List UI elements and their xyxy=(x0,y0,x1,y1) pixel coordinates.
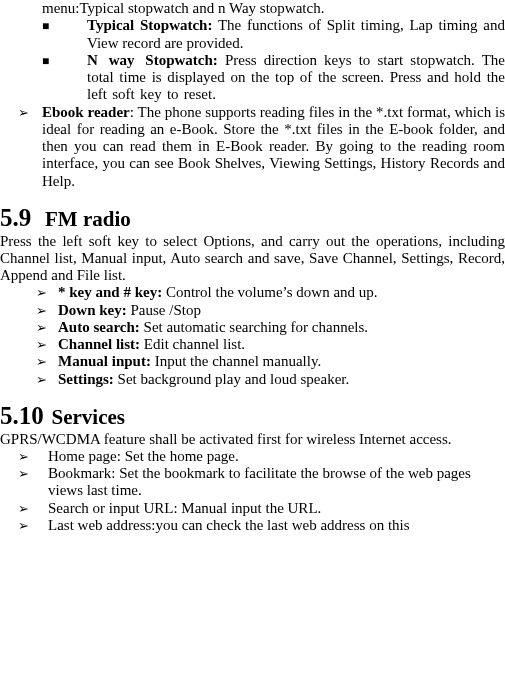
arrow-bullet-icon: ➢ xyxy=(36,284,58,301)
fm-item-label: Down key: xyxy=(58,302,127,318)
fm-item-label: Settings: xyxy=(58,371,114,387)
fm-item-manualinput: ➢ Manual input: Input the channel manual… xyxy=(36,353,505,370)
page: menu:Typical stopwatch and n Way stopwat… xyxy=(0,0,505,534)
section-number: 5.9 xyxy=(0,204,31,233)
fm-item-label: Manual input: xyxy=(58,353,151,369)
fm-item-text: Manual input: Input the channel manually… xyxy=(58,353,505,370)
services-item-text: Last web address:you can check the last … xyxy=(42,517,505,534)
section-5-10-heading: 5.10 Services xyxy=(0,402,505,431)
arrow-bullet-icon: ➢ xyxy=(36,302,58,319)
services-item-home: ➢ Home page: Set the home page. xyxy=(18,448,505,465)
section-title: Services xyxy=(52,405,125,429)
section-5-9-heading: 5.9 FM radio xyxy=(0,204,505,233)
services-intro: GPRS/WCDMA feature shall be activated fi… xyxy=(0,431,505,448)
fm-item-channellist: ➢ Channel list: Edit channel list. xyxy=(36,336,505,353)
services-list: ➢ Home page: Set the home page. ➢ Bookma… xyxy=(0,448,505,534)
fm-item-text: Settings: Set background play and loud s… xyxy=(58,371,505,388)
arrow-bullet-icon: ➢ xyxy=(18,448,42,465)
arrow-bullet-icon: ➢ xyxy=(18,104,42,190)
arrow-bullet-icon: ➢ xyxy=(36,371,58,388)
fm-item-autosearch: ➢ Auto search: Set automatic searching f… xyxy=(36,319,505,336)
fm-item-settings: ➢ Settings: Set background play and loud… xyxy=(36,371,505,388)
arrow-bullet-icon: ➢ xyxy=(36,319,58,336)
fm-item-text: * key and # key: Control the volume’s do… xyxy=(58,284,505,301)
services-item-text: Bookmark: Set the bookmark to facilitate… xyxy=(42,465,505,500)
services-item-bookmark: ➢ Bookmark: Set the bookmark to facilita… xyxy=(18,465,505,500)
arrow-bullet-icon: ➢ xyxy=(18,500,42,517)
fm-item-label: Channel list: xyxy=(58,336,140,352)
fm-item-text: Auto search: Set automatic searching for… xyxy=(58,319,505,336)
arrow-bullet-icon: ➢ xyxy=(18,517,42,534)
menu-line: menu:Typical stopwatch and n Way stopwat… xyxy=(42,0,505,17)
nway-stopwatch-item: ■ N way Stopwatch: Press direction keys … xyxy=(42,52,505,104)
fm-item-label: * key and # key: xyxy=(58,284,162,300)
ebook-reader-label: Ebook reader xyxy=(42,104,130,120)
typical-stopwatch-label: Typical Stopwatch: xyxy=(87,17,212,33)
services-item-text: Home page: Set the home page. xyxy=(42,448,505,465)
services-item-text: Search or input URL: Manual input the UR… xyxy=(42,500,505,517)
ebook-reader-item: ➢ Ebook reader: The phone supports readi… xyxy=(18,104,505,190)
typical-stopwatch-item: ■ Typical Stopwatch: The functions of Sp… xyxy=(42,17,505,52)
fm-intro: Press the left soft key to select Option… xyxy=(0,233,505,285)
fm-item-text: Down key: Pause /Stop xyxy=(58,302,505,319)
arrow-bullet-icon: ➢ xyxy=(36,336,58,353)
services-item-search: ➢ Search or input URL: Manual input the … xyxy=(18,500,505,517)
section-title: FM radio xyxy=(45,207,131,231)
services-item-lastweb: ➢ Last web address:you can check the las… xyxy=(18,517,505,534)
fm-item-text: Channel list: Edit channel list. xyxy=(58,336,505,353)
arrow-bullet-icon: ➢ xyxy=(18,465,42,500)
nway-stopwatch-text: N way Stopwatch: Press direction keys to… xyxy=(87,52,505,104)
ebook-reader-text: Ebook reader: The phone supports reading… xyxy=(42,104,505,190)
fm-item-label: Auto search: xyxy=(58,319,140,335)
square-bullet-icon: ■ xyxy=(42,17,87,52)
fm-item-keys: ➢ * key and # key: Control the volume’s … xyxy=(36,284,505,301)
nway-stopwatch-label: N way Stopwatch: xyxy=(87,52,218,68)
typical-stopwatch-text: Typical Stopwatch: The functions of Spli… xyxy=(87,17,505,52)
fm-item-downkey: ➢ Down key: Pause /Stop xyxy=(36,302,505,319)
square-bullet-icon: ■ xyxy=(42,52,87,104)
arrow-bullet-icon: ➢ xyxy=(36,353,58,370)
section-number: 5.10 xyxy=(0,402,44,431)
